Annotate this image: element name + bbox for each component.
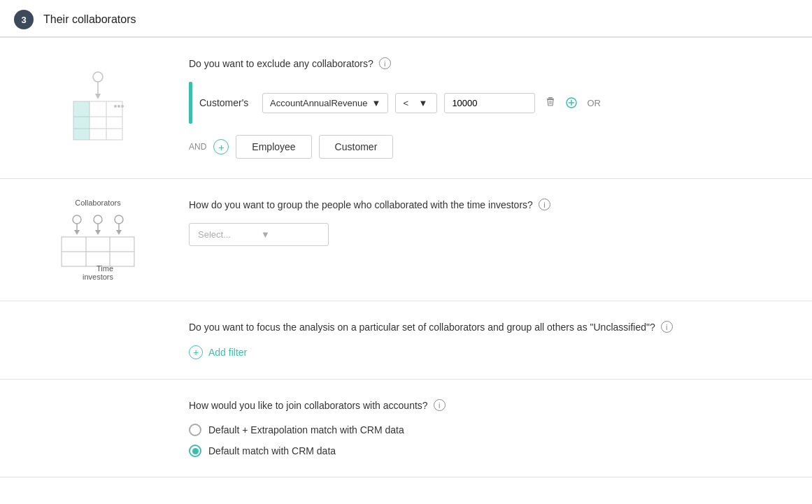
diagram-area-1 xyxy=(21,57,175,159)
section-title: Their collaborators xyxy=(43,13,136,26)
content-area: Do you want to exclude any collaborators… xyxy=(0,38,812,477)
svg-rect-12 xyxy=(548,97,553,99)
block-join-collaborators: How would you like to join collaborators… xyxy=(0,380,812,477)
trash-icon xyxy=(545,96,556,107)
block3-main: Do you want to focus the analysis on a p… xyxy=(189,321,791,359)
question-row-1: Do you want to exclude any collaborators… xyxy=(189,57,791,69)
section-header: 3 Their collaborators xyxy=(0,0,812,38)
add-filter-button[interactable]: + Add filter xyxy=(189,345,247,359)
question-text-4: How would you like to join collaborators… xyxy=(189,400,428,411)
question-row-3: Do you want to focus the analysis on a p… xyxy=(189,321,791,333)
question-text-1: Do you want to exclude any collaborators… xyxy=(189,58,373,69)
svg-point-9 xyxy=(117,105,120,108)
question-row-4: How would you like to join collaborators… xyxy=(189,399,791,411)
field-dropdown-arrow: ▼ xyxy=(372,98,381,108)
collaborators-diagram-label: Collaborators xyxy=(75,199,120,207)
question-text-2: How do you want to group the people who … xyxy=(189,199,533,210)
add-filter-plus-icon: + xyxy=(189,345,203,359)
svg-point-19 xyxy=(73,215,81,224)
operator-dropdown-arrow: ▼ xyxy=(418,98,429,108)
operator-dropdown-value: < xyxy=(403,98,414,108)
add-filter-label: Add filter xyxy=(208,347,247,358)
svg-point-8 xyxy=(114,105,117,108)
filter-row: Customer's AccountAnnualRevenue ▼ < ▼ xyxy=(189,82,791,124)
svg-marker-27 xyxy=(116,230,122,235)
field-dropdown-value: AccountAnnualRevenue xyxy=(270,98,368,108)
radio-group: Default + Extrapolation match with CRM d… xyxy=(189,424,791,457)
customer-type-button[interactable]: Customer xyxy=(319,135,394,159)
svg-point-0 xyxy=(93,72,103,82)
svg-point-21 xyxy=(115,215,123,224)
delete-filter-button[interactable] xyxy=(542,93,559,113)
diagram-area-2: Collaborators xyxy=(21,199,175,281)
radio-label-1: Default match with CRM data xyxy=(208,445,336,456)
and-row: AND + Employee Customer xyxy=(189,135,791,159)
question-row-2: How do you want to group the people who … xyxy=(189,199,791,210)
svg-marker-23 xyxy=(74,230,80,235)
svg-marker-25 xyxy=(95,230,101,235)
diagram-area-3 xyxy=(21,321,175,359)
radio-label-0: Default + Extrapolation match with CRM d… xyxy=(208,424,404,435)
group-select-dropdown[interactable]: Select... ▼ xyxy=(189,223,329,246)
add-or-button[interactable] xyxy=(566,97,577,108)
svg-rect-11 xyxy=(73,101,90,140)
info-icon-2[interactable]: i xyxy=(539,199,550,210)
diagram-area-4 xyxy=(21,399,175,457)
operator-dropdown[interactable]: < ▼ xyxy=(395,93,437,113)
radio-circle-0 xyxy=(189,424,201,436)
or-label: OR xyxy=(587,98,601,108)
collab-grid-svg xyxy=(56,213,140,268)
block4-main: How would you like to join collaborators… xyxy=(189,399,791,457)
step-badge: 3 xyxy=(14,10,34,29)
svg-marker-2 xyxy=(95,94,101,99)
green-bar xyxy=(189,82,192,124)
exclude-diagram xyxy=(63,70,133,147)
employee-type-button[interactable]: Employee xyxy=(236,135,311,159)
block-exclude-collaborators: Do you want to exclude any collaborators… xyxy=(0,38,812,179)
block2-main: How do you want to group the people who … xyxy=(189,199,791,281)
info-icon-3[interactable]: i xyxy=(661,321,673,333)
svg-point-20 xyxy=(94,215,102,224)
page: 3 Their collaborators xyxy=(0,0,812,504)
block-focus-analysis: Do you want to focus the analysis on a p… xyxy=(0,301,812,380)
time-investors-row: Timeinvestors xyxy=(83,264,113,281)
add-and-button[interactable]: + xyxy=(213,139,229,154)
info-icon-1[interactable]: i xyxy=(379,57,391,69)
info-icon-4[interactable]: i xyxy=(434,399,446,411)
radio-item-1[interactable]: Default match with CRM data xyxy=(189,445,791,457)
filter-label: Customer's xyxy=(199,97,255,108)
radio-item-0[interactable]: Default + Extrapolation match with CRM d… xyxy=(189,424,791,436)
block-group-collaborators: Collaborators xyxy=(0,179,812,301)
time-investors-label: Timeinvestors xyxy=(83,264,113,281)
block1-main: Do you want to exclude any collaborators… xyxy=(189,57,791,159)
svg-point-10 xyxy=(121,105,124,108)
circle-plus-icon xyxy=(566,97,577,108)
collaborators-diagram: Collaborators xyxy=(56,199,140,281)
question-text-3: Do you want to focus the analysis on a p… xyxy=(189,322,655,333)
svg-rect-13 xyxy=(547,99,554,99)
group-select-arrow: ▼ xyxy=(261,229,320,240)
field-dropdown[interactable]: AccountAnnualRevenue ▼ xyxy=(262,93,388,113)
and-label: AND xyxy=(189,142,206,152)
group-select-placeholder: Select... xyxy=(198,229,257,240)
value-input[interactable] xyxy=(444,93,535,113)
radio-circle-1 xyxy=(189,445,201,457)
